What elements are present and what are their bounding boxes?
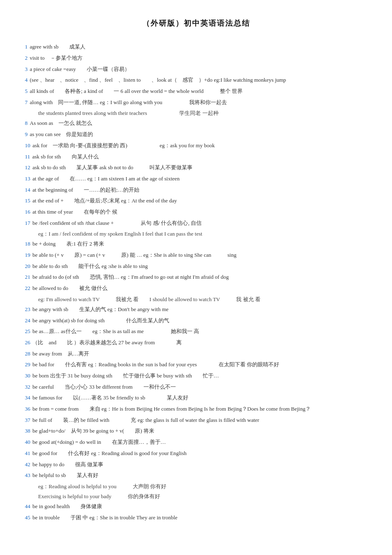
entry-number: 11 [25,153,32,160]
list-item: the students planted trees along with th… [38,108,367,118]
entry-number: 23 [25,306,32,312]
entry-number: 28 [25,351,32,357]
entry-text: be happy to do 很高 做某事 [32,461,103,467]
list-item: 30 be born 出生于 31 be busy doing sth 忙于做什… [25,371,367,381]
entry-number: 42 [25,461,32,467]
entry-number: 12 [25,164,32,170]
list-item: 26 （比 and 比 ）表示越来越怎么 27 be away from 离 [25,338,367,348]
list-item: 38 be glad+to+do/ 从句 39 be going to + v(… [25,426,367,436]
list-item: eg：I am / feel confident of my spoken En… [38,229,367,239]
list-item: 5 all kinds of 各种各; a kind of 一 6 all ov… [25,86,367,97]
list-item: 17 be /feel confident of sth /that claus… [25,218,367,229]
entry-number: 24 [25,317,32,324]
list-item: 44 be in good health 身体健康 [25,501,367,512]
entry-number: 20 [25,263,32,269]
list-item: 7 along with 同一一道, 伴随… eg：I will go alon… [25,97,367,108]
entry-number: 1 [25,44,29,50]
entry-text: be born 出生于 31 be busy doing sth 忙于做什么事 … [32,372,219,379]
list-item: 32 be careful 当心;小心 33 be different from… [25,382,367,392]
entry-number: 4 [25,77,29,83]
list-item: 42 be happy to do 很高 做某事 [25,460,367,470]
entry-text: be away from 从…离开 [32,351,89,357]
list-item: 28 be away from 从…离开 [25,349,367,359]
entry-number: 18 [25,241,32,247]
entry-text: agree with sb 成某人 [30,44,85,50]
list-item: 2 visit to －参某个地方 [25,53,367,63]
entry-text: be good for 什么有好 eg：Reading aloud is goo… [32,450,187,456]
entry-number: 9 [25,131,29,137]
entry-number: 2 [25,55,29,61]
list-item: 43 be helpful to sb 某人有好 [25,470,367,481]
entry-number: 41 [25,450,32,456]
entry-text: be full of 装…的 be filled with 充 eg: the … [32,417,259,423]
list-item: 24 be angry with(at) sb for doing sth 什么… [25,316,367,326]
list-item: 10 ask for 一求助 向-要-(直接接想要的 西) eg：ask you… [25,141,367,151]
list-item: eg: I'm allowed to watch TV 我被允 看 I shou… [38,295,367,304]
entry-number: 10 [25,142,32,148]
list-item: eg：Reading aloud is helpful to you 大声朗 你… [38,482,367,492]
list-item: 45 be in trouble 于困 中 eg：She is in troub… [25,513,367,523]
list-item: 40 be good at(+doing) = do well in 在某方面擅… [25,437,367,448]
entry-text: as you can see 你是知道的 [30,131,93,137]
list-item: 14 at the beginning of 一……的起初;…的开始 [25,185,367,195]
entry-number: 21 [25,274,32,280]
entry-text: be bad for 什么有害 eg：Reading books in the … [32,361,279,368]
list-item: 29 be bad for 什么有害 eg：Reading books in t… [25,360,367,370]
entry-text: visit to －参某个地方 [30,55,83,61]
list-item: 12 ask sb to do sth 某人某事 ask sb not to d… [25,163,367,173]
entry-text: be able to do sth 能干什么 eg :she is able t… [32,263,148,269]
list-item: 11 ask sb for sth 向某人什么 [25,152,367,162]
list-item: 13 at the age of 在…… eg：I am sixteen I a… [25,174,367,184]
entry-number: 19 [25,252,32,258]
entry-text: at the end of + 地点/+最后;尽;末尾 eg：At the en… [32,197,177,204]
entry-text: be angry with sb 生某人的气 eg：Don't be angry… [32,306,168,312]
entry-number: 43 [25,472,32,478]
entry-number: 25 [25,328,32,334]
entry-text: (see 、hear 、notice 、find 、feel 、listen t… [30,77,286,83]
entry-text: be + doing 表:1 在行 2 将来 [32,241,104,247]
entry-number: 14 [25,187,32,193]
entry-text: at the age of 在…… eg：I am sixteen I am a… [32,175,180,182]
entry-text: be angry with(at) sb for doing sth 什么而生某… [32,317,169,324]
entry-number: 7 [25,99,29,105]
list-item: 41 be good for 什么有好 eg：Reading aloud is … [25,448,367,459]
entry-number: 34 [25,394,32,401]
list-item: 4 (see 、hear 、notice 、find 、feel 、listen… [25,75,367,85]
entry-number: 5 [25,88,29,94]
list-item: 15 at the end of + 地点/+最后;尽;末尾 eg：At the… [25,196,367,206]
list-item: 8 As soon as 一怎么 就怎么 [25,118,367,129]
entry-text: ask sb for sth 向某人什么 [32,153,99,160]
entry-text: be afraid to do (of sth 恐惧, 害怕… eg：I'm a… [32,274,229,280]
entry-text: at this time of year 在每年的个 候 [32,209,117,215]
list-item: 21 be afraid to do (of sth 恐惧, 害怕… eg：I'… [25,272,367,282]
entry-number: 26 [25,339,32,346]
entry-text: be glad+to+do/ 从句 39 be going to + v( 原)… [32,428,154,434]
entry-text: （比 and 比 ）表示越来越怎么 27 be away from 离 [32,339,182,346]
entry-text: be from = come from 来自 eg：He is from Bei… [32,406,311,412]
entry-text: be allowed to do 被允 做什么 [32,285,107,291]
list-item: 22 be allowed to do 被允 做什么 [25,283,367,294]
entry-text: all kinds of 各种各; a kind of 一 6 all over… [30,88,243,94]
entry-number: 36 [25,406,32,412]
list-item: 16 at this time of year 在每年的个 候 [25,207,367,217]
entry-text: be helpful to sb 某人有好 [32,472,98,478]
entry-number: 37 [25,417,32,423]
list-item: 18 be + doing 表:1 在行 2 将来 [25,239,367,249]
entry-number: 40 [25,439,32,445]
entry-number: 13 [25,175,32,182]
entry-text: be good at(+doing) = do well in 在某方面擅…，善… [32,439,166,445]
entry-text: ask for 一求助 向-要-(直接接想要的 西) eg：ask you fo… [32,142,214,148]
entry-text: As soon as 一怎么 就怎么 [30,120,93,126]
list-item: 25 be as…原… as什么一 eg：She is as tall as m… [25,326,367,337]
entry-text: be famous for 以(……著名 35 be friendly to s… [32,394,188,401]
entry-number: 32 [25,384,32,390]
entry-number: 3 [25,66,29,72]
entry-number: 15 [25,197,32,204]
entry-text: be able to (+ v 原) = can (+ v 原) 能 … eg：… [32,252,236,258]
entry-text: be in trouble 于困 中 eg：She is in trouble … [32,514,178,521]
entry-number: 8 [25,120,29,126]
list-item: 3 a piece of cake =easy 小菜一碟（容易） [25,64,367,75]
list-item: Exercising is helpful to your bady 你的身体有… [38,492,367,501]
list-item: 36 be from = come from 来自 eg：He is from … [25,404,367,414]
list-item: 1 agree with sb 成某人 [25,42,367,52]
